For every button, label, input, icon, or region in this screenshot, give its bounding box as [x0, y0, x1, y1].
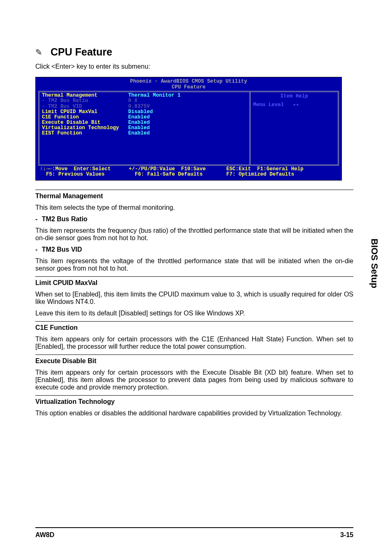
section-paragraph: This item appears only for certain proce…	[35, 369, 353, 391]
bios-setting-row: EIST Function Enabled	[42, 131, 247, 136]
bios-footer-col2: +/-/PU/PD:Value F10:Save F6: Fail-Safe D…	[129, 167, 226, 177]
bios-footer: ↑↓→←:Move Enter:Select F5: Previous Valu…	[36, 166, 341, 180]
bios-setting-value: Thermal Monitor 1	[128, 93, 181, 98]
footer-page-number: 3-15	[340, 531, 353, 539]
bios-setting-label: Virtualization Technology	[42, 125, 128, 131]
chevron-right-icon: ▸▸	[293, 102, 300, 108]
sections-container: Thermal ManagementThis item selects the …	[35, 190, 353, 417]
bios-setting-label: Limit CPUID MaxVal	[42, 109, 128, 115]
subsection-title: - TM2 Bus Ratio	[35, 215, 353, 223]
bios-setting-value: Enabled	[128, 125, 150, 131]
bios-menu-level: Menu Level ▸▸	[253, 102, 335, 108]
bios-setting-value: Disabled	[128, 109, 153, 115]
bios-setting-label: Thermal Management	[42, 93, 128, 98]
section-title: Limit CPUID MaxVal	[35, 279, 353, 287]
section-rule	[35, 395, 353, 396]
section-title: Thermal Management	[35, 192, 353, 200]
section-rule	[35, 276, 353, 277]
bios-footer-col3: ESC:Exit F1:General HelpF7: Optimized De…	[226, 167, 337, 177]
section-rule	[35, 354, 353, 355]
page: BIOS Setup ✎ CPU Feature Click <Enter> k…	[0, 0, 392, 556]
bios-hint-nav: ↑↓→←:Move Enter:Select	[40, 166, 111, 172]
pointer-icon: ✎	[35, 47, 42, 57]
section-title: C1E Function	[35, 324, 353, 331]
bios-screenshot: Phoenix - AwardBIOS CMOS Setup Utility C…	[35, 77, 342, 181]
bios-setting-value: 0 X	[128, 98, 138, 104]
section-title: Execute Disable Bit	[35, 357, 353, 365]
bios-hint-esc: ESC:Exit F1:General Help	[226, 166, 304, 172]
section-paragraph: Leave this item to its default [Disabled…	[35, 310, 353, 317]
subsection-title: - TM2 Bus VID	[35, 246, 353, 253]
bios-setting-label: - TM2 Bus Ratio	[42, 98, 128, 104]
section-paragraph: This option enables or disables the addi…	[35, 410, 353, 417]
bios-hint-f5: F5: Previous Values	[40, 171, 105, 177]
page-heading: CPU Feature	[51, 46, 112, 58]
bios-setting-label: - TM2 Bus VID	[42, 104, 128, 109]
bios-footer-col1: ↑↓→←:Move Enter:Select F5: Previous Valu…	[40, 167, 129, 177]
subsection-title-text: TM2 Bus Ratio	[40, 215, 88, 222]
bios-setting-value: Enabled	[128, 114, 150, 120]
bios-setting-value: Enabled	[128, 120, 150, 125]
bios-menu-level-label: Menu Level	[253, 102, 284, 108]
side-tab: BIOS Setup	[369, 239, 380, 288]
bios-help-title: Item Help	[253, 93, 335, 102]
bios-grid: Thermal Management Thermal Monitor 1- TM…	[38, 91, 339, 166]
page-footer: AW8D 3-15	[35, 531, 353, 539]
section-title: Virtualization Technology	[35, 398, 353, 405]
section-rule	[35, 190, 353, 190]
bios-hint-f6: F6: Fail-Safe Defaults	[129, 171, 203, 177]
section-paragraph: When set to [Enabled], this item limits …	[35, 291, 353, 306]
section-paragraph: This item appears only for certain proce…	[35, 336, 353, 350]
section-paragraph: This item selects the type of thermal mo…	[35, 204, 353, 211]
bios-help-pane: Item Help Menu Level ▸▸	[249, 92, 338, 164]
intro-text: Click <Enter> key to enter its submenu:	[35, 63, 353, 70]
subsection-title-text: TM2 Bus VID	[40, 246, 82, 253]
bios-setting-value: 0.8375V	[128, 104, 150, 109]
section-rule	[35, 321, 353, 322]
subsection-paragraph: This item represents the voltage of the …	[35, 257, 353, 272]
footer-model: AW8D	[35, 531, 54, 539]
subsection-prefix: -	[35, 246, 37, 253]
bios-subtitle: CPU Feature	[36, 85, 341, 91]
bios-title: Phoenix - AwardBIOS CMOS Setup Utility	[36, 77, 341, 85]
bios-setting-label: Execute Disable Bit	[42, 120, 128, 125]
bios-setting-label: C1E Function	[42, 114, 128, 120]
bios-setting-label: EIST Function	[42, 130, 128, 136]
bios-settings-pane: Thermal Management Thermal Monitor 1- TM…	[39, 92, 249, 164]
bios-setting-value: Enabled	[128, 130, 150, 136]
bios-hint-value: +/-/PU/PD:Value F10:Save	[129, 166, 206, 172]
subsection-prefix: -	[35, 215, 37, 222]
heading-row: ✎ CPU Feature	[35, 46, 353, 58]
footer-rule	[35, 527, 353, 528]
bios-hint-f7: F7: Optimized Defaults	[226, 171, 294, 177]
subsection-paragraph: This item represents the frequency (bus …	[35, 227, 353, 242]
